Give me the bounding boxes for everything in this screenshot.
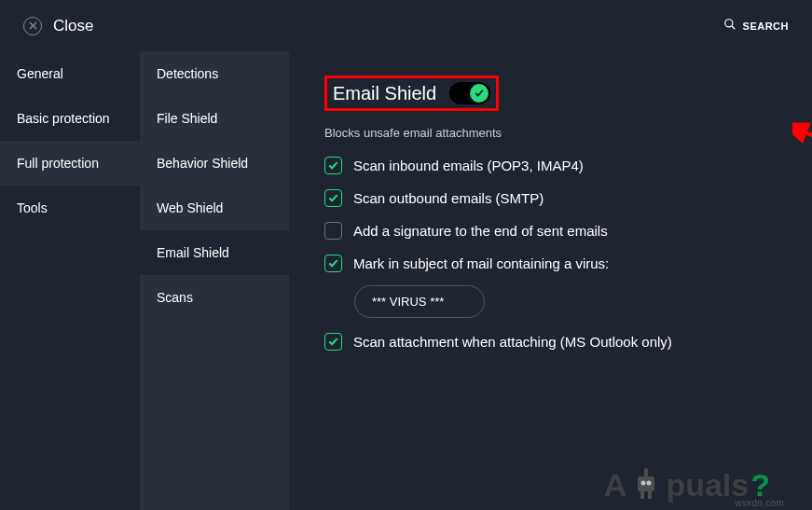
page-subtitle: Blocks unsafe email attachments [324,126,784,140]
annotation-highlight-box: Email Shield [324,76,499,111]
search-icon [723,18,736,34]
search-label: SEARCH [743,21,789,32]
watermark-logo: A puals ? [604,467,770,501]
subnav: Detections File Shield Behavior Shield W… [140,51,289,510]
subnav-item-behavior-shield[interactable]: Behavior Shield [140,141,289,186]
sidebar-item-general[interactable]: General [0,51,140,96]
subnav-item-web-shield[interactable]: Web Shield [140,186,289,230]
svg-rect-10 [640,491,644,499]
subnav-item-file-shield[interactable]: File Shield [140,96,289,141]
sidebar-item-tools[interactable]: Tools [0,186,140,230]
robot-icon [632,467,660,501]
options-list: Scan inbound emails (POP3, IMAP4) Scan o… [324,157,784,351]
watermark-text: puals [666,469,749,501]
svg-rect-5 [638,476,654,491]
option-label: Scan attachment when attaching (MS Outlo… [353,334,672,350]
option-scan-outbound: Scan outbound emails (SMTP) [324,189,784,207]
page-title: Email Shield [333,83,436,104]
option-label: Scan inbound emails (POP3, IMAP4) [353,158,584,173]
toggle-knob-on [470,84,489,103]
close-icon[interactable] [23,17,42,35]
watermark-letter: A [604,469,627,501]
close-label[interactable]: Close [53,17,93,35]
svg-line-3 [731,25,735,29]
option-label: Add a signature to the end of sent email… [353,223,608,239]
annotation-arrow-icon [792,121,812,159]
email-shield-toggle[interactable] [449,82,490,104]
sidebar-item-full-protection[interactable]: Full protection [0,141,140,186]
svg-point-6 [641,481,646,486]
title-row: Email Shield [317,70,784,117]
option-label: Mark in subject of mail containing a vir… [353,255,609,271]
svg-point-9 [644,468,648,472]
checkbox-mark-subject[interactable] [324,255,342,272]
svg-point-7 [647,481,652,486]
header: Close SEARCH [0,0,812,51]
checkbox-scan-inbound[interactable] [324,157,342,174]
subnav-item-email-shield[interactable]: Email Shield [140,230,289,275]
main-panel: Email Shield Blocks unsafe email attachm… [289,51,812,510]
watermark-footer: wsxdn.com [735,498,784,508]
option-label: Scan outbound emails (SMTP) [353,190,544,206]
checkbox-scan-attachment-outlook[interactable] [324,333,342,351]
option-scan-attachment-outlook: Scan attachment when attaching (MS Outlo… [324,333,784,351]
body: General Basic protection Full protection… [0,51,812,510]
option-mark-subject: Mark in subject of mail containing a vir… [324,255,784,272]
search-button[interactable]: SEARCH [723,18,789,34]
sidebar: General Basic protection Full protection… [0,51,140,510]
subnav-item-detections[interactable]: Detections [140,51,289,96]
checkbox-scan-outbound[interactable] [324,189,342,207]
watermark-question-icon: ? [750,469,770,501]
option-add-signature: Add a signature to the end of sent email… [324,222,784,240]
sidebar-item-basic-protection[interactable]: Basic protection [0,96,140,141]
header-left: Close [23,17,93,35]
subnav-item-scans[interactable]: Scans [140,275,289,320]
checkbox-add-signature[interactable] [324,222,342,240]
svg-rect-11 [648,491,652,499]
virus-tag-input[interactable] [354,285,485,318]
option-scan-inbound: Scan inbound emails (POP3, IMAP4) [324,157,784,174]
svg-point-2 [724,19,732,26]
svg-line-4 [800,131,812,151]
